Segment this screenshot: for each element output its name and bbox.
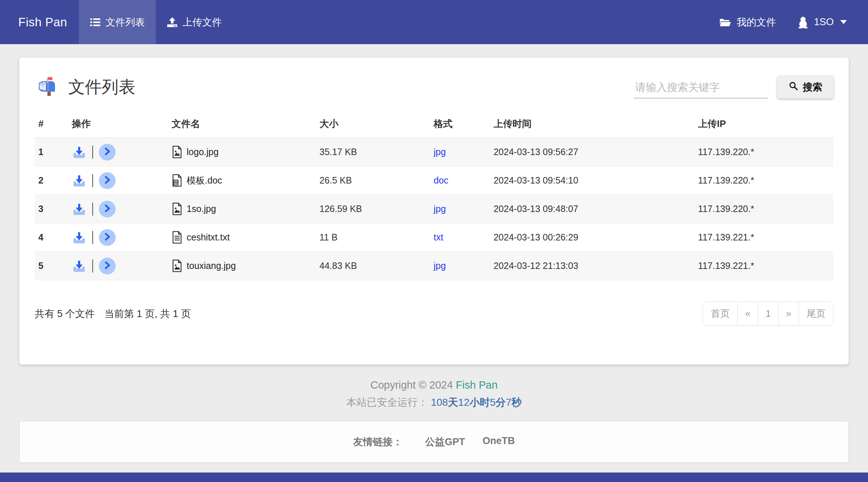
friend-links-label: 友情链接：: [353, 435, 402, 448]
open-file-button[interactable]: [99, 258, 116, 274]
upload-ip: 117.139.221.*: [694, 223, 833, 252]
my-files-label: 我的文件: [737, 16, 776, 29]
chevron-right-icon: [102, 146, 113, 158]
action-divider: [92, 259, 93, 273]
table-header-row: # 操作 文件名 大小 格式 上传时间 上传IP: [35, 112, 833, 138]
file-table-body: 1logo.jpg35.17 KBjpg2024-03-13 09:56:271…: [35, 138, 833, 280]
uptime-value: 108天12小时5分7秒: [431, 397, 522, 408]
search-input[interactable]: [634, 78, 768, 99]
page-info-text: 当前第 1 页, 共 1 页: [104, 307, 191, 320]
format-link[interactable]: jpg: [434, 147, 446, 157]
uptime-label: 本站已安全运行：: [346, 397, 428, 408]
upload-ip: 117.139.220.*: [694, 138, 833, 166]
friend-link[interactable]: 公益GPT: [425, 435, 465, 448]
next-page-button[interactable]: »: [778, 302, 799, 325]
file-size: 35.17 KB: [316, 138, 430, 166]
site-footer: Copyright © 2024 Fish Pan 本站已安全运行： 108天1…: [0, 379, 868, 409]
open-file-button[interactable]: [99, 172, 116, 189]
first-page-button[interactable]: 首页: [703, 302, 737, 325]
last-page-button[interactable]: 尾页: [799, 302, 833, 325]
image-file-icon: [172, 203, 182, 215]
download-button[interactable]: [72, 259, 86, 273]
list-icon: [90, 17, 101, 28]
footer-brand-link[interactable]: Fish Pan: [456, 379, 497, 391]
table-row: 31so.jpg126.59 KBjpg2024-03-13 09:48:071…: [35, 195, 833, 223]
col-filename: 文件名: [168, 112, 316, 138]
open-file-button[interactable]: [99, 144, 116, 161]
tab-upload-file[interactable]: 上传文件: [156, 0, 233, 44]
upload-time: 2024-03-13 09:48:07: [490, 195, 694, 223]
tab-file-list[interactable]: 文件列表: [79, 0, 156, 44]
search-button[interactable]: 搜索: [778, 76, 833, 99]
upload-time: 2024-03-13 09:54:10: [490, 166, 694, 195]
download-button[interactable]: [72, 202, 86, 216]
upload-icon: [167, 17, 178, 28]
download-button[interactable]: [72, 145, 86, 159]
row-index: 2: [35, 166, 68, 195]
page-number-button[interactable]: 1: [758, 302, 778, 325]
card-footer: 共有 5 个文件 当前第 1 页, 共 1 页 首页 « 1 » 尾页: [35, 280, 833, 348]
action-divider: [92, 174, 93, 187]
friend-link[interactable]: OneTB: [483, 435, 515, 448]
navbar: Fish Pan 文件列表 上传文件: [0, 0, 868, 44]
navbar-right: 我的文件 1SO: [719, 0, 868, 44]
format-link[interactable]: jpg: [434, 204, 446, 214]
file-table: # 操作 文件名 大小 格式 上传时间 上传IP 1logo.jpg35.17 …: [35, 112, 833, 280]
page-title: 文件列表: [68, 76, 135, 99]
table-row: 2W模板.doc26.5 KBdoc2024-03-13 09:54:10117…: [35, 166, 833, 195]
search-icon: [788, 81, 798, 93]
tab-label: 上传文件: [182, 16, 222, 29]
friend-links: 公益GPTOneTB: [425, 435, 515, 448]
format-link[interactable]: txt: [434, 232, 443, 242]
image-file-icon: [172, 259, 182, 272]
file-name: 1so.jpg: [187, 204, 216, 214]
copyright-line: Copyright © 2024 Fish Pan: [0, 379, 868, 391]
file-name: 模板.doc: [187, 174, 222, 186]
copyright-text: Copyright © 2024: [370, 379, 453, 391]
action-divider: [92, 146, 93, 159]
uptime-line: 本站已安全运行： 108天12小时5分7秒: [0, 396, 868, 409]
caret-down-icon: [840, 20, 847, 24]
svg-text:W: W: [174, 180, 178, 185]
pagination: 首页 « 1 » 尾页: [703, 301, 833, 326]
file-list-card: 文件列表 搜索 # 操作 文件名: [19, 58, 849, 365]
folder-open-icon: [719, 17, 732, 28]
col-format: 格式: [430, 112, 490, 138]
chevron-right-icon: [102, 260, 113, 272]
file-size: 11 B: [316, 223, 430, 252]
my-files-link[interactable]: 我的文件: [719, 16, 776, 29]
card-header: 文件列表 搜索: [35, 58, 833, 112]
action-divider: [92, 231, 93, 244]
format-link[interactable]: jpg: [434, 261, 446, 271]
qq-penguin-icon: [797, 16, 809, 28]
file-count-summary: 共有 5 个文件 当前第 1 页, 共 1 页: [35, 307, 191, 320]
col-actions: 操作: [68, 112, 168, 138]
format-link[interactable]: doc: [434, 175, 448, 185]
file-name: touxiang.jpg: [187, 261, 236, 271]
tab-label: 文件列表: [105, 16, 145, 29]
user-menu[interactable]: 1SO: [797, 16, 847, 28]
download-button[interactable]: [72, 173, 86, 188]
open-file-button[interactable]: [99, 201, 116, 217]
col-size: 大小: [316, 112, 430, 138]
upload-time: 2024-03-12 21:13:03: [490, 252, 694, 280]
col-upload-time: 上传时间: [490, 112, 694, 138]
brand-logo[interactable]: Fish Pan: [0, 0, 79, 44]
upload-ip: 117.139.221.*: [694, 252, 833, 280]
file-name: logo.jpg: [187, 147, 219, 157]
footer-bar: [0, 473, 868, 482]
open-file-button[interactable]: [99, 229, 116, 246]
prev-page-button[interactable]: «: [737, 302, 758, 325]
upload-ip: 117.139.220.*: [694, 166, 833, 195]
upload-time: 2024-03-13 09:56:27: [490, 138, 694, 166]
col-index: #: [35, 112, 68, 138]
mailbox-icon: [35, 75, 57, 99]
row-index: 1: [35, 138, 68, 166]
file-size: 44.83 KB: [316, 252, 430, 280]
file-size: 26.5 KB: [316, 166, 430, 195]
nav-tabs: 文件列表 上传文件: [79, 0, 233, 44]
file-size: 126.59 KB: [316, 195, 430, 223]
file-name: ceshitxt.txt: [187, 232, 230, 243]
row-index: 4: [35, 223, 68, 252]
download-button[interactable]: [72, 230, 86, 245]
